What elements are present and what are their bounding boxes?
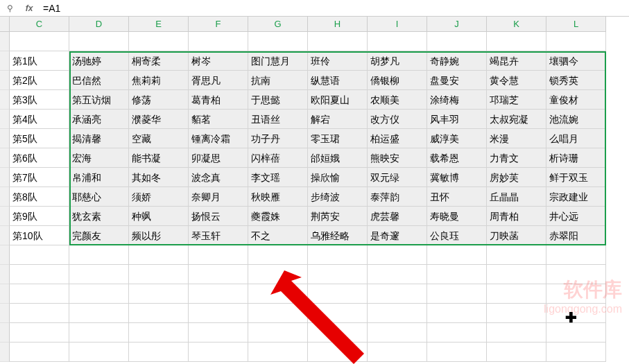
cell[interactable] bbox=[487, 32, 546, 51]
row-num[interactable] bbox=[0, 32, 10, 51]
cell[interactable]: 操欣愉 bbox=[308, 168, 368, 187]
cell[interactable]: 濮菱华 bbox=[129, 110, 189, 129]
cell[interactable] bbox=[487, 304, 546, 323]
cell[interactable]: 种飒 bbox=[129, 207, 189, 226]
cell[interactable]: 乌雅经略 bbox=[308, 226, 368, 245]
cell[interactable]: 不之 bbox=[248, 226, 308, 245]
cell[interactable]: 李文瑶 bbox=[248, 168, 308, 187]
row-num[interactable] bbox=[0, 110, 10, 129]
row-label[interactable]: 第2队 bbox=[10, 71, 69, 90]
cell[interactable]: 丘晶晶 bbox=[487, 187, 546, 207]
row-num[interactable] bbox=[0, 148, 10, 168]
cell[interactable] bbox=[368, 265, 427, 284]
cell[interactable]: 其如冬 bbox=[129, 168, 189, 187]
row-label[interactable]: 第3队 bbox=[10, 90, 69, 110]
cell[interactable]: 邛瑞芝 bbox=[487, 90, 546, 110]
cell[interactable] bbox=[546, 245, 606, 265]
col-header-C[interactable]: C bbox=[10, 17, 69, 32]
cell[interactable] bbox=[189, 343, 248, 362]
cell[interactable] bbox=[427, 343, 487, 362]
row-num[interactable] bbox=[0, 304, 10, 323]
cell[interactable]: 力青文 bbox=[487, 148, 546, 168]
cell[interactable] bbox=[368, 343, 427, 362]
cell[interactable]: 桐寄柔 bbox=[129, 51, 189, 71]
cell[interactable] bbox=[368, 304, 427, 323]
cell[interactable]: 房妙芙 bbox=[487, 168, 546, 187]
row-num[interactable] bbox=[0, 168, 10, 187]
cell[interactable] bbox=[487, 245, 546, 265]
cell[interactable]: 太叔宛凝 bbox=[487, 110, 546, 129]
cell[interactable]: 第五访烟 bbox=[69, 90, 129, 110]
row-num[interactable] bbox=[0, 129, 10, 148]
formula-input[interactable] bbox=[39, 1, 629, 15]
cell[interactable] bbox=[189, 265, 248, 284]
cell[interactable]: 闪梓蓓 bbox=[248, 148, 308, 168]
cell[interactable]: 虎芸馨 bbox=[368, 207, 427, 226]
cell[interactable]: 丑语丝 bbox=[248, 110, 308, 129]
row-num[interactable] bbox=[0, 71, 10, 90]
cell[interactable]: 欧阳夏山 bbox=[308, 90, 368, 110]
cell[interactable] bbox=[368, 323, 427, 343]
cell[interactable]: 解宕 bbox=[308, 110, 368, 129]
cell[interactable] bbox=[546, 304, 606, 323]
cell[interactable]: 修荡 bbox=[129, 90, 189, 110]
cell[interactable] bbox=[248, 304, 308, 323]
cell[interactable] bbox=[69, 323, 129, 343]
cell[interactable] bbox=[69, 245, 129, 265]
cell[interactable] bbox=[427, 32, 487, 51]
cell[interactable] bbox=[308, 343, 368, 362]
cell[interactable]: 班伶 bbox=[308, 51, 368, 71]
cell[interactable]: 秋映雁 bbox=[248, 187, 308, 207]
cell[interactable]: 空藏 bbox=[129, 129, 189, 148]
cell[interactable] bbox=[10, 245, 69, 265]
cell[interactable] bbox=[189, 284, 248, 304]
col-header-D[interactable]: D bbox=[69, 17, 129, 32]
cell[interactable]: 完颜友 bbox=[69, 226, 129, 245]
cell[interactable]: 改方仪 bbox=[368, 110, 427, 129]
row-num[interactable] bbox=[0, 245, 10, 265]
cell[interactable] bbox=[487, 284, 546, 304]
cell[interactable]: 是奇邃 bbox=[368, 226, 427, 245]
cell[interactable] bbox=[308, 245, 368, 265]
col-header-L[interactable]: L bbox=[546, 17, 606, 32]
cell[interactable]: 帛浦和 bbox=[69, 168, 129, 187]
cell[interactable]: 公良珏 bbox=[427, 226, 487, 245]
cell[interactable]: 奈卿月 bbox=[189, 187, 248, 207]
cell[interactable] bbox=[10, 284, 69, 304]
cell[interactable] bbox=[248, 32, 308, 51]
col-header-K[interactable]: K bbox=[487, 17, 546, 32]
cell[interactable]: 锺离冷霜 bbox=[189, 129, 248, 148]
cell[interactable]: 黄令慧 bbox=[487, 71, 546, 90]
cell[interactable]: 邰姮娥 bbox=[308, 148, 368, 168]
row-label[interactable]: 第7队 bbox=[10, 168, 69, 187]
col-header-I[interactable]: I bbox=[368, 17, 427, 32]
cell[interactable]: 耶慈心 bbox=[69, 187, 129, 207]
cell[interactable] bbox=[308, 32, 368, 51]
col-header-J[interactable]: J bbox=[427, 17, 487, 32]
cell[interactable]: 宗政建业 bbox=[546, 187, 606, 207]
cell[interactable]: 须娇 bbox=[129, 187, 189, 207]
cell[interactable]: 刀映菡 bbox=[487, 226, 546, 245]
cell[interactable] bbox=[487, 265, 546, 284]
col-header-E[interactable]: E bbox=[129, 17, 189, 32]
cell[interactable] bbox=[69, 304, 129, 323]
row-label[interactable]: 第8队 bbox=[10, 187, 69, 207]
cell[interactable]: 僑银柳 bbox=[368, 71, 427, 90]
cell[interactable] bbox=[427, 265, 487, 284]
cell[interactable] bbox=[129, 284, 189, 304]
row-num[interactable] bbox=[0, 51, 10, 71]
cell[interactable]: 锁秀英 bbox=[546, 71, 606, 90]
cell[interactable]: 析诗珊 bbox=[546, 148, 606, 168]
cell[interactable]: 冀敏博 bbox=[427, 168, 487, 187]
row-num[interactable] bbox=[0, 90, 10, 110]
col-header-F[interactable]: F bbox=[189, 17, 248, 32]
cell[interactable]: 壤驷今 bbox=[546, 51, 606, 71]
row-label[interactable]: 第4队 bbox=[10, 110, 69, 129]
cell[interactable]: 鲜于双玉 bbox=[546, 168, 606, 187]
cell[interactable]: 揭清馨 bbox=[69, 129, 129, 148]
cell[interactable] bbox=[368, 245, 427, 265]
cell[interactable] bbox=[189, 304, 248, 323]
cell[interactable] bbox=[368, 284, 427, 304]
cell[interactable] bbox=[129, 343, 189, 362]
cell[interactable] bbox=[189, 32, 248, 51]
